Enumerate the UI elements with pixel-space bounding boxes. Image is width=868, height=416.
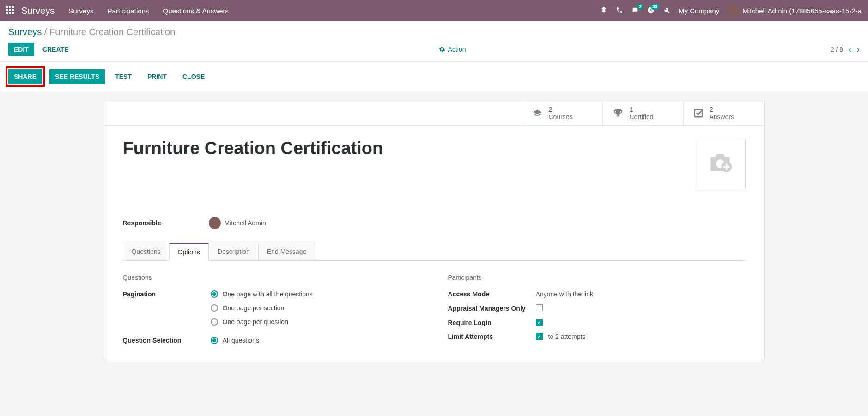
form-sheet: 2 Courses 1 Certified 2 Answers Furn (104, 101, 765, 360)
apps-icon[interactable] (6, 6, 15, 15)
menu-surveys[interactable]: Surveys (68, 7, 93, 15)
user-menu[interactable]: Mitchell Admin (17885655-saas-15-2-a (728, 5, 862, 17)
avatar-icon (209, 217, 221, 229)
options-panel: Questions Pagination One page with all t… (123, 274, 746, 350)
avatar-icon (728, 5, 740, 17)
chat-icon[interactable]: 2 (631, 6, 639, 15)
phone-icon[interactable] (616, 6, 623, 15)
pager: 2 / 8 ‹ › (831, 45, 860, 54)
record-title: Furniture Creation Certification (123, 139, 383, 158)
company-name[interactable]: My Company (679, 7, 719, 15)
gear-icon (439, 46, 445, 53)
appraisal-checkbox[interactable] (536, 304, 543, 311)
create-button[interactable]: CREATE (37, 43, 74, 56)
top-navbar: Surveys Surveys Participations Questions… (0, 0, 868, 21)
responsible-label: Responsible (123, 219, 197, 227)
main-menu: Surveys Participations Questions & Answe… (68, 7, 229, 15)
trophy-icon (612, 108, 624, 118)
highlight-box: SHARE (6, 66, 45, 87)
stat-answers[interactable]: 2 Answers (683, 101, 764, 125)
responsible-value[interactable]: Mitchell Admin (209, 217, 266, 229)
chat-badge: 2 (637, 4, 643, 10)
menu-participations[interactable]: Participations (107, 7, 149, 15)
control-panel: Surveys / Furniture Creation Certificati… (0, 21, 868, 61)
breadcrumb-root[interactable]: Surveys (8, 27, 42, 37)
require-login-label: Require Login (448, 319, 536, 326)
breadcrumb: Surveys / Furniture Creation Certificati… (8, 27, 860, 37)
stat-certified[interactable]: 1 Certified (602, 101, 683, 125)
questions-section-header: Questions (123, 274, 420, 281)
tab-description[interactable]: Description (209, 243, 259, 260)
test-button[interactable]: TEST (109, 69, 137, 84)
limit-attempts-checkbox[interactable]: ✓ (536, 333, 543, 340)
qselection-opt-all[interactable]: All questions (211, 337, 259, 344)
close-button[interactable]: CLOSE (177, 69, 210, 84)
check-square-icon (693, 108, 704, 118)
stat-buttons: 2 Courses 1 Certified 2 Answers (104, 101, 764, 126)
tab-end-message[interactable]: End Message (258, 243, 316, 260)
radio-icon (211, 318, 218, 326)
stat-courses[interactable]: 2 Courses (522, 101, 602, 125)
radio-icon (211, 337, 218, 344)
pagination-label: Pagination (123, 290, 211, 298)
radio-icon (211, 304, 218, 312)
tabs: Questions Options Description End Messag… (123, 243, 746, 261)
pagination-radio-group: One page with all the questions One page… (211, 290, 313, 326)
tab-options[interactable]: Options (169, 243, 209, 261)
edit-button[interactable]: EDIT (8, 43, 34, 56)
bug-icon[interactable] (600, 6, 607, 15)
access-mode-label: Access Mode (448, 290, 536, 298)
tools-icon[interactable] (663, 6, 670, 15)
app-brand[interactable]: Surveys (21, 6, 55, 16)
pager-text[interactable]: 2 / 8 (831, 46, 843, 53)
breadcrumb-current: Furniture Creation Certification (49, 27, 175, 37)
share-button[interactable]: SHARE (8, 69, 42, 84)
limit-attempts-value: to 2 attempts (548, 333, 586, 340)
camera-plus-icon (704, 151, 736, 176)
qselection-label: Question Selection (123, 337, 211, 344)
pager-prev[interactable]: ‹ (849, 45, 851, 54)
print-button[interactable]: PRINT (142, 69, 172, 84)
radio-icon (211, 290, 218, 298)
see-results-button[interactable]: SEE RESULTS (49, 69, 105, 84)
require-login-checkbox[interactable]: ✓ (536, 319, 543, 326)
graduation-cap-icon (531, 109, 543, 118)
appraisal-label: Appraisal Managers Only (448, 304, 536, 313)
tab-questions[interactable]: Questions (123, 243, 170, 260)
limit-attempts-label: Limit Attempts (448, 333, 536, 340)
image-placeholder[interactable] (695, 139, 746, 189)
user-name: Mitchell Admin (17885655-saas-15-2-a (742, 7, 862, 15)
participants-section-header: Participants (448, 274, 746, 281)
pager-next[interactable]: › (857, 45, 860, 54)
action-dropdown[interactable]: Action (439, 46, 466, 53)
pagination-opt-section[interactable]: One page per section (211, 304, 313, 312)
pagination-opt-question[interactable]: One page per question (211, 318, 313, 326)
pagination-opt-all[interactable]: One page with all the questions (211, 290, 313, 298)
svg-rect-0 (694, 109, 702, 117)
menu-questions-answers[interactable]: Questions & Answers (163, 7, 229, 15)
access-mode-value: Anyone with the link (536, 290, 594, 298)
activity-icon[interactable]: 39 (647, 6, 655, 15)
status-bar: SHARE SEE RESULTS TEST PRINT CLOSE (0, 61, 868, 91)
activity-badge: 39 (650, 4, 659, 10)
